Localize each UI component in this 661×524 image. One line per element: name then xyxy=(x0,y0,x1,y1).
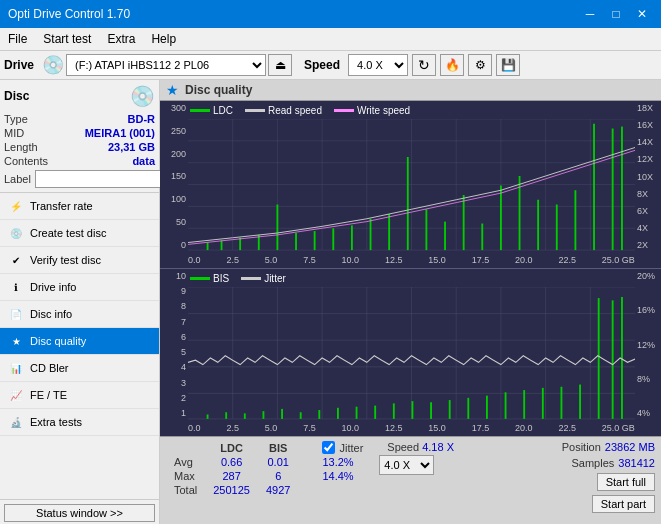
bottom-y-axis-right: 20% 16% 12% 8% 4% xyxy=(635,269,661,420)
nav-label-extra-tests: Extra tests xyxy=(30,416,82,428)
disc-quality-icon: ★ xyxy=(8,333,24,349)
nav-item-cd-bler[interactable]: 📊 CD Bler xyxy=(0,355,159,382)
eject-button[interactable]: ⏏ xyxy=(268,54,292,76)
speed-text: Speed xyxy=(387,441,422,453)
svg-rect-66 xyxy=(412,401,414,419)
position-label: Position xyxy=(562,441,601,453)
main-layout: Disc 💿 Type BD-R MID MEIRA1 (001) Length… xyxy=(0,80,661,524)
svg-rect-28 xyxy=(425,209,427,250)
svg-rect-34 xyxy=(537,200,539,250)
disc-info-icon: 📄 xyxy=(8,306,24,322)
nav-item-extra-tests[interactable]: 🔬 Extra tests xyxy=(0,409,159,436)
nav-label-transfer-rate: Transfer rate xyxy=(30,200,93,212)
speed-select-stats[interactable]: 4.0 X xyxy=(379,455,434,475)
disc-section: Disc 💿 Type BD-R MID MEIRA1 (001) Length… xyxy=(0,80,159,193)
length-value: 23,31 GB xyxy=(108,141,155,153)
stats-table: LDC BIS Avg 0.66 0.01 Max 287 6 Total xyxy=(166,441,298,497)
nav-item-transfer-rate[interactable]: ⚡ Transfer rate xyxy=(0,193,159,220)
stats-row: LDC BIS Avg 0.66 0.01 Max 287 6 Total xyxy=(160,436,661,524)
refresh-button[interactable]: ↻ xyxy=(412,54,436,76)
svg-rect-26 xyxy=(388,214,390,250)
total-label: Total xyxy=(166,483,205,497)
status-window-button[interactable]: Status window >> xyxy=(4,504,155,522)
bottom-chart-canvas xyxy=(188,287,635,420)
save-button[interactable]: 💾 xyxy=(496,54,520,76)
verify-test-disc-icon: ✔ xyxy=(8,252,24,268)
svg-rect-37 xyxy=(593,124,595,250)
svg-rect-16 xyxy=(207,243,209,251)
toolbar: Drive 💿 (F:) ATAPI iHBS112 2 PL06 ⏏ Spee… xyxy=(0,51,661,80)
close-button[interactable]: ✕ xyxy=(631,5,653,23)
nav-item-verify-test-disc[interactable]: ✔ Verify test disc xyxy=(0,247,159,274)
start-part-button[interactable]: Start part xyxy=(592,495,655,513)
nav-item-create-test-disc[interactable]: 💿 Create test disc xyxy=(0,220,159,247)
left-panel: Disc 💿 Type BD-R MID MEIRA1 (001) Length… xyxy=(0,80,160,524)
menu-help[interactable]: Help xyxy=(143,30,184,48)
bottom-chart-svg xyxy=(188,287,635,420)
avg-bis: 0.01 xyxy=(258,455,298,469)
nav-label-cd-bler: CD Bler xyxy=(30,362,69,374)
top-x-axis: 0.0 2.5 5.0 7.5 10.0 12.5 15.0 17.5 20.0… xyxy=(188,252,635,268)
speed-current-value: 4.18 X xyxy=(422,441,454,453)
read-speed-label: Read speed xyxy=(268,105,322,116)
total-bis: 4927 xyxy=(258,483,298,497)
chart-bottom: BIS Jitter 10 9 8 7 6 5 4 xyxy=(160,269,661,436)
maximize-button[interactable]: □ xyxy=(605,5,627,23)
jitter-max-value: 14.4% xyxy=(322,470,353,482)
label-input[interactable] xyxy=(35,170,164,188)
nav-label-create-test-disc: Create test disc xyxy=(30,227,106,239)
menubar: File Start test Extra Help xyxy=(0,28,661,51)
position-row: Position 23862 MB xyxy=(562,441,655,453)
create-test-disc-icon: 💿 xyxy=(8,225,24,241)
jitter-checkbox[interactable] xyxy=(322,441,335,454)
nav-item-disc-info[interactable]: 📄 Disc info xyxy=(0,301,159,328)
menu-extra[interactable]: Extra xyxy=(99,30,143,48)
svg-rect-61 xyxy=(318,410,320,419)
cd-bler-icon: 📊 xyxy=(8,360,24,376)
nav-item-disc-quality[interactable]: ★ Disc quality xyxy=(0,328,159,355)
drive-label: Drive xyxy=(4,58,34,72)
samples-row: Samples 381412 xyxy=(571,457,655,469)
write-speed-label: Write speed xyxy=(357,105,410,116)
jitter-legend-label: Jitter xyxy=(264,273,286,284)
bottom-x-axis: 0.0 2.5 5.0 7.5 10.0 12.5 15.0 17.5 20.0… xyxy=(188,420,635,436)
bottom-y-axis-left: 10 9 8 7 6 5 4 3 2 1 xyxy=(160,269,188,420)
legend-write-speed: Write speed xyxy=(334,105,410,116)
top-chart-canvas xyxy=(188,119,635,252)
svg-rect-69 xyxy=(467,398,469,419)
menu-start-test[interactable]: Start test xyxy=(35,30,99,48)
drive-select[interactable]: (F:) ATAPI iHBS112 2 PL06 xyxy=(66,54,266,76)
nav-item-drive-info[interactable]: ℹ Drive info xyxy=(0,274,159,301)
jitter-color xyxy=(241,277,261,280)
menu-file[interactable]: File xyxy=(0,30,35,48)
titlebar: Opti Drive Control 1.70 ─ □ ✕ xyxy=(0,0,661,28)
svg-rect-27 xyxy=(407,157,409,250)
svg-rect-68 xyxy=(449,400,451,419)
max-bis: 6 xyxy=(258,469,298,483)
svg-rect-65 xyxy=(393,403,395,419)
ldc-label: LDC xyxy=(213,105,233,116)
col-header-ldc: LDC xyxy=(205,441,258,455)
svg-rect-36 xyxy=(574,190,576,250)
avg-label: Avg xyxy=(166,455,205,469)
start-full-button[interactable]: Start full xyxy=(597,473,655,491)
jitter-max-row: 14.4% xyxy=(322,470,363,482)
burn-button[interactable]: 🔥 xyxy=(440,54,464,76)
top-y-axis-left: 300 250 200 150 100 50 0 xyxy=(160,101,188,252)
col-header-empty xyxy=(166,441,205,455)
minimize-button[interactable]: ─ xyxy=(579,5,601,23)
nav-item-fe-te[interactable]: 📈 FE / TE xyxy=(0,382,159,409)
samples-value: 381412 xyxy=(618,457,655,469)
contents-label: Contents xyxy=(4,155,48,167)
svg-rect-25 xyxy=(370,219,372,250)
read-speed-color xyxy=(245,109,265,112)
settings-button[interactable]: ⚙ xyxy=(468,54,492,76)
samples-label: Samples xyxy=(571,457,614,469)
speed-select[interactable]: 4.0 X 2.0 X 8.0 X xyxy=(348,54,408,76)
fe-te-icon: 📈 xyxy=(8,387,24,403)
legend-bis: BIS xyxy=(190,273,229,284)
svg-rect-63 xyxy=(356,407,358,419)
write-speed-color xyxy=(334,109,354,112)
type-value: BD-R xyxy=(128,113,156,125)
contents-value: data xyxy=(132,155,155,167)
